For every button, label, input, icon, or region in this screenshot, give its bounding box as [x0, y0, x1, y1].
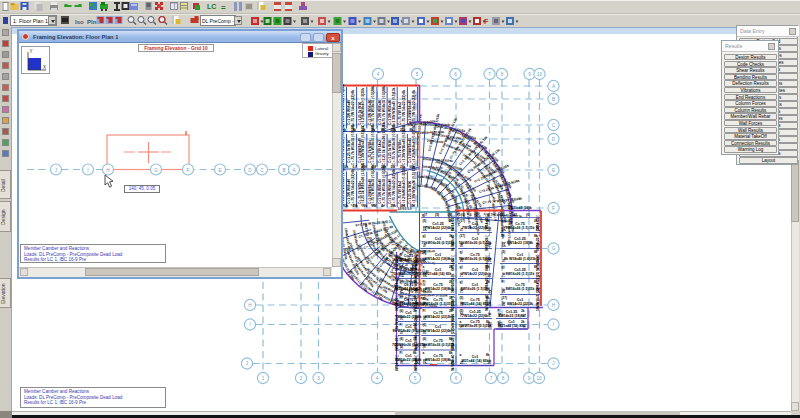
svg-text:(6): (6) — [423, 323, 427, 327]
svg-text:5: 5 — [416, 72, 419, 77]
svg-text:3W: 3W — [423, 257, 427, 262]
svg-text:3k: 3k — [521, 309, 525, 313]
svg-text:7W: 7W — [423, 344, 427, 349]
svg-text:7W14x22 (22)6k: 7W14x22 (22)6k — [425, 329, 451, 333]
svg-text:7W14x22 (: 7W14x22 ( — [485, 214, 489, 231]
svg-text:Fl: Fl — [502, 234, 505, 238]
svg-text:H: H — [248, 303, 251, 308]
svg-text:70kW16x26: 70kW16x26 — [451, 314, 455, 331]
svg-text:9W16x26 (: 9W16x26 ( — [414, 354, 418, 371]
svg-text:(22): (22) — [400, 301, 404, 306]
svg-text:W21x44 (14) 83k: W21x44 (14) 83k — [461, 359, 488, 363]
svg-text:6: 6 — [455, 376, 458, 381]
svg-text:20k: 20k — [400, 128, 406, 132]
svg-text:8W14x22 (: 8W14x22 ( — [395, 294, 399, 311]
svg-text:9k: 9k — [460, 227, 464, 231]
svg-text:C=1 3W W16x26: C=1 3W W16x26 — [378, 100, 382, 125]
svg-text:9k W18x40: 9k W18x40 — [451, 234, 455, 251]
svg-text:29k: 29k — [400, 165, 406, 169]
svg-text:C=1 3W W16x26 (0.5) 13k: C=1 3W W16x26 (0.5) 13k — [412, 165, 416, 206]
svg-text:3W: 3W — [400, 257, 404, 262]
svg-text:36kW18x40: 36kW18x40 — [418, 249, 435, 253]
svg-text:9k W18x40 (1.6)33k: 9k W18x40 (1.6)33k — [504, 257, 536, 261]
svg-text:(22): (22) — [488, 322, 492, 327]
svg-text:C=1 20kW18x40: C=1 20kW18x40 — [358, 138, 362, 163]
svg-text:29k: 29k — [353, 204, 359, 208]
svg-text:H: H — [552, 303, 555, 308]
svg-text:9k: 9k — [502, 258, 506, 262]
svg-text:4x: 4x — [343, 128, 347, 132]
svg-text:E: E — [218, 168, 221, 173]
svg-text:8W14x22 (: 8W14x22 ( — [536, 234, 540, 251]
svg-text:(22): (22) — [423, 288, 427, 293]
svg-text:Fl: Fl — [400, 323, 403, 327]
svg-text:7W: 7W — [400, 288, 404, 293]
svg-text:8W14x22 (18)8k: 8W14x22 (18)8k — [425, 358, 451, 362]
svg-text:g): g) — [460, 265, 463, 269]
svg-text:C=.75 7k W18x35 (0.5)28k: C=.75 7k W18x35 (0.5)28k — [382, 86, 386, 127]
svg-text:C=1 3W W16x40: C=1 3W W16x40 — [388, 179, 392, 204]
svg-text:X: X — [43, 65, 46, 70]
svg-text:(17): (17) — [502, 296, 508, 300]
svg-text:3W: 3W — [488, 359, 492, 364]
svg-text:C=1.25 5k W16: C=1.25 5k W16 — [388, 140, 392, 163]
svg-text:9k: 9k — [460, 324, 464, 328]
svg-text:20k: 20k — [381, 165, 387, 169]
svg-text:C=.75 7k W18x: C=.75 7k W18x — [368, 140, 372, 163]
svg-text:(22): (22) — [423, 359, 427, 364]
svg-text:Fl: Fl — [423, 280, 426, 284]
svg-text:7W: 7W — [460, 312, 464, 317]
svg-text:a2: a2 — [513, 213, 517, 217]
svg-text:9k W18x40: 9k W18x40 — [485, 294, 489, 311]
svg-text:C=.75 7k W18x35 (0.5)28k: C=.75 7k W18x35 (0.5)28k — [371, 165, 375, 206]
svg-text:8: 8 — [501, 72, 504, 77]
svg-text:F: F — [187, 168, 190, 173]
svg-text:0.8: 0.8 — [372, 165, 377, 169]
svg-text:8k: 8k — [362, 128, 366, 132]
svg-text:C=.75 7k W18x35 (0.5)28k: C=.75 7k W18x35 (0.5)28k — [382, 165, 386, 206]
svg-text:(6): (6) — [423, 250, 427, 254]
svg-text:C=1.25 5k W16: C=1.25 5k W16 — [408, 181, 412, 204]
svg-text:4: 4 — [376, 376, 379, 381]
svg-text:9k W18x40: 9k W18x40 — [414, 274, 418, 291]
svg-text:C=1.25 5k W16: C=1.25 5k W16 — [347, 140, 351, 163]
svg-text:8k: 8k — [372, 128, 376, 132]
svg-text:09k: 09k — [400, 204, 406, 208]
svg-text:3W: 3W — [391, 165, 396, 169]
svg-text:9W16x26 (1.5)31k: 9W16x26 (1.5)31k — [424, 302, 453, 306]
svg-text:3W21x48 (36)k: 3W21x48 (36)k — [508, 206, 531, 210]
svg-text:(6): (6) — [400, 309, 404, 313]
svg-text:7W: 7W — [502, 272, 506, 277]
svg-text:4: 4 — [377, 72, 380, 77]
svg-text:7W14x22 (: 7W14x22 ( — [536, 214, 540, 231]
svg-text:(5): (5) — [502, 250, 506, 254]
svg-text:C=1 3W W16x26: C=1 3W W16x26 — [368, 100, 372, 125]
svg-text:g): g) — [460, 280, 463, 284]
svg-text:C=.75 7k W18x35 (0.5)28k: C=.75 7k W18x35 (0.5)28k — [371, 86, 375, 127]
svg-text:C=1 3W W16x40: C=1 3W W16x40 — [378, 179, 382, 204]
svg-text:C=.75 7k W18x: C=.75 7k W18x — [358, 181, 362, 204]
svg-text:C=1 20kW18x40: C=1 20kW18x40 — [368, 179, 372, 204]
svg-text:C=.75 7W 14x22 (22) 6k: C=.75 7W 14x22 (22) 6k — [392, 169, 396, 206]
svg-text:4x: 4x — [381, 204, 385, 208]
svg-text:C=1.25 5k W16: C=1.25 5k W16 — [358, 102, 362, 125]
svg-text:2: 2 — [300, 376, 303, 381]
svg-text:J: J — [552, 361, 554, 366]
svg-text:(5): (5) — [500, 213, 504, 217]
svg-text:a: a — [460, 320, 462, 324]
svg-text:7W: 7W — [460, 272, 464, 277]
svg-text:g): g) — [460, 250, 463, 254]
svg-text:g): g) — [423, 234, 426, 238]
svg-text:7W14x22 (22)6k: 7W14x22 (22)6k — [462, 272, 488, 276]
svg-text:10k: 10k — [343, 165, 349, 169]
svg-text:9k: 9k — [523, 313, 527, 317]
svg-text:I: I — [249, 322, 250, 327]
svg-text:(6): (6) — [448, 213, 452, 217]
svg-text:g)7: g)7 — [422, 213, 427, 217]
svg-text:(22): (22) — [502, 242, 506, 247]
svg-text:7W14x22 (22)6k: 7W14x22 (22)6k — [462, 314, 488, 318]
svg-text:(5): (5) — [423, 219, 427, 223]
svg-text:8W14x22 (18)8k: 8W14x22 (18)8k — [507, 241, 533, 245]
svg-text:9W16x26 (1.5)31k: 9W16x26 (1.5)31k — [506, 226, 535, 230]
svg-text:a: a — [423, 265, 425, 269]
